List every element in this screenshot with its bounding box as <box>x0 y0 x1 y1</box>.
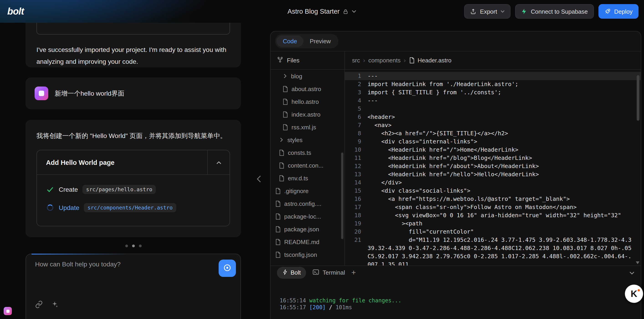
artifact-card: Add Hello World page Createsrc/pages/hel… <box>36 150 230 226</box>
tab-terminal[interactable]: Terminal <box>313 268 345 277</box>
code-line-2[interactable]: 2import HeaderLink from './HeaderLink.as… <box>345 80 641 88</box>
project-title: Astro Blog Starter <box>288 8 340 15</box>
files-header-label: Files <box>287 57 300 64</box>
line-number: 6 <box>345 113 361 121</box>
collapse-terminal-button[interactable] <box>630 269 634 276</box>
code-line-13[interactable]: 13 <HeaderLink href="/hello">Hello</Head… <box>345 170 641 178</box>
breadcrumb-components[interactable]: components <box>368 57 400 64</box>
message-carousel-dots <box>26 244 241 247</box>
collapse-chat-button[interactable] <box>255 174 263 186</box>
file-rss.xml.js[interactable]: rss.xml.js <box>270 121 344 134</box>
tab-code[interactable]: Code <box>276 36 303 47</box>
line-number: 20 <box>345 228 361 236</box>
code-line-20[interactable]: 20 fill="currentColor" <box>345 228 641 236</box>
line-number: 18 <box>345 211 361 220</box>
code-line-11[interactable]: 11 <HeaderLink href="/blog">Blog</Header… <box>345 154 641 162</box>
editor-panel: src›components›Header.astro 1---2import … <box>345 52 641 266</box>
enhance-prompt-button[interactable] <box>218 260 236 277</box>
line-number: 2 <box>345 80 361 88</box>
artifact-title: Add Hello World page <box>37 150 207 174</box>
breadcrumb-separator: › <box>404 57 406 64</box>
code-line-7[interactable]: 7 <nav> <box>345 121 641 129</box>
code-line-6[interactable]: 6<header> <box>345 113 641 121</box>
code-line-4[interactable]: 4--- <box>345 96 641 105</box>
line-number: 15 <box>345 187 361 195</box>
breadcrumb-src[interactable]: src <box>352 57 360 64</box>
file-content.con...[interactable]: content.con... <box>270 159 344 172</box>
code-line-19[interactable]: 19 ><path <box>345 220 641 228</box>
editor-scrollbar[interactable] <box>637 75 640 121</box>
bolt-app: bolt Astro Blog Starter Export Connect t… <box>0 0 644 319</box>
code-line-1[interactable]: 1--- <box>345 72 641 80</box>
deploy-button[interactable]: Deploy <box>598 4 638 19</box>
file-README.md[interactable]: README.md <box>270 236 344 248</box>
code-line-10[interactable]: 10 <HeaderLink href="/">Home</HeaderLink… <box>345 146 641 154</box>
file-package-loc...[interactable]: package-loc... <box>270 210 344 223</box>
file-package.json[interactable]: package.json <box>270 223 344 236</box>
file-index.astro[interactable]: index.astro <box>270 108 344 121</box>
file-about.astro[interactable]: about.astro <box>270 82 344 95</box>
workspace-body: Files blogabout.astrohello.astroindex.as… <box>270 52 641 266</box>
file-astro.config....[interactable]: astro.config.... <box>270 197 344 210</box>
code-line-5[interactable]: 5 <box>345 105 641 113</box>
line-content: --- <box>361 96 641 105</box>
tab-bolt-terminal[interactable]: Bolt <box>277 267 306 278</box>
artifact-collapse-button[interactable] <box>208 150 230 174</box>
action-file-path[interactable]: src/components/Header.astro <box>84 203 176 212</box>
attach-link-button[interactable] <box>35 300 43 310</box>
code-line-15[interactable]: 15 <div class="social-links"> <box>345 187 641 195</box>
terminal-line: 16:55:17 [200] / 101ms <box>280 304 641 311</box>
file-.gitignore[interactable]: .gitignore <box>270 184 344 197</box>
action-file-path[interactable]: src/pages/hello.astro <box>82 185 156 194</box>
files-header[interactable]: Files <box>270 52 344 70</box>
line-content: ><path <box>361 220 641 228</box>
code-line-9[interactable]: 9 <div class="internal-links"> <box>345 138 641 146</box>
code-line-8[interactable]: 8 <h2><a href="/">{SITE_TITLE}</a></h2> <box>345 129 641 138</box>
code-line-18[interactable]: 18 <svg viewBox="0 0 16 16" aria-hidden=… <box>345 211 641 220</box>
rocket-icon <box>604 8 610 14</box>
code-line-17[interactable]: 17 <span class="sr-only">Follow Astro on… <box>345 203 641 211</box>
action-create: Createsrc/pages/hello.astro <box>46 182 220 197</box>
carousel-dot[interactable] <box>139 244 142 247</box>
folder-blog[interactable]: blog <box>270 70 344 82</box>
file-tsconfig.json[interactable]: tsconfig.json <box>270 248 344 261</box>
profile-avatar[interactable] <box>4 307 12 315</box>
file-consts.ts[interactable]: consts.ts <box>270 146 344 159</box>
action-update: Updatesrc/components/Header.astro <box>46 200 220 215</box>
project-title-menu[interactable]: Astro Blog Starter <box>288 8 356 15</box>
connect-supabase-button[interactable]: Connect to Supabase <box>515 4 594 19</box>
tab-preview[interactable]: Preview <box>303 36 337 47</box>
carousel-dot[interactable] <box>132 244 134 247</box>
enhance-button[interactable] <box>51 300 58 310</box>
file-env.d.ts[interactable]: env.d.ts <box>270 172 344 184</box>
assistant-message-card: I've successfully imported your project.… <box>26 23 241 68</box>
line-content: <h2><a href="/">{SITE_TITLE}</a></h2> <box>361 129 641 138</box>
chat-input[interactable] <box>35 260 172 268</box>
chevron-down-icon <box>352 10 356 13</box>
line-number: 10 <box>345 146 361 154</box>
file-tree-icon <box>277 56 283 64</box>
code-line-16[interactable]: 16 <a href="https://m.webtoo.ls/@astro" … <box>345 195 641 203</box>
help-widget-button[interactable]: K <box>625 284 643 303</box>
code-line-12[interactable]: 12 <HeaderLink href="/about">About</Head… <box>345 162 641 170</box>
code-editor[interactable]: 1---2import HeaderLink from './HeaderLin… <box>345 70 641 266</box>
folder-styles[interactable]: styles <box>270 134 344 146</box>
supabase-icon <box>521 8 527 14</box>
breadcrumb-header-astro[interactable]: Header.astro <box>409 57 452 64</box>
line-content: <svg viewBox="0 0 16 16" aria-hidden="tr… <box>361 211 641 220</box>
code-line-14[interactable]: 14 </div> <box>345 178 641 187</box>
carousel-dot[interactable] <box>125 244 128 247</box>
input-toolbar <box>35 300 58 310</box>
code-line-3[interactable]: 3import { SITE_TITLE } from '../consts'; <box>345 88 641 96</box>
code-line-21[interactable]: 21 d="M11.19 12.195c2.016-.24 3.77-1.475… <box>345 236 641 266</box>
files-scrollbar[interactable] <box>341 152 344 239</box>
scroll-down-arrow[interactable] <box>636 262 640 264</box>
export-button[interactable]: Export <box>464 4 511 19</box>
terminal-output[interactable]: 16:55:14 watching for file changes...16:… <box>270 279 641 319</box>
chevron-down-icon <box>501 10 505 13</box>
bolt-tab-label: Bolt <box>290 269 301 276</box>
terminal-line: 16:55:14 watching for file changes... <box>280 297 641 304</box>
line-content: <header> <box>361 113 641 121</box>
add-terminal-button[interactable]: + <box>352 269 356 276</box>
file-hello.astro[interactable]: hello.astro <box>270 95 344 108</box>
